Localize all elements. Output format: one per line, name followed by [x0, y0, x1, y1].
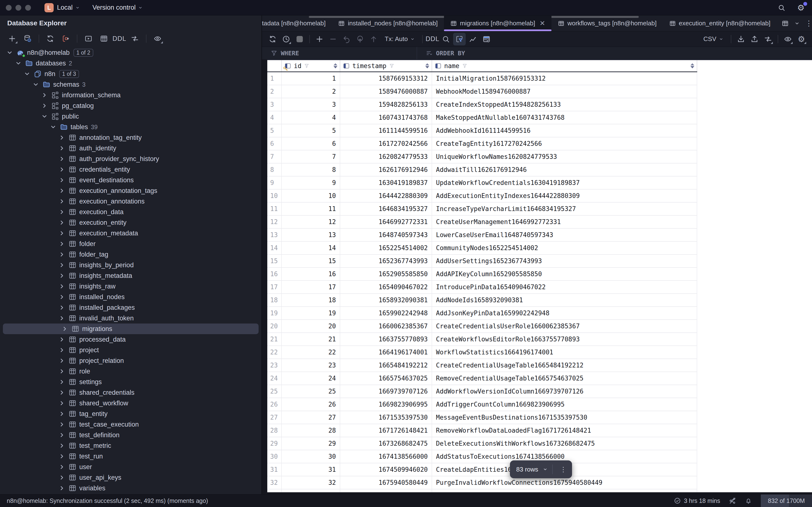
export-data-button[interactable]	[735, 33, 747, 45]
chevron-right-icon[interactable]	[58, 304, 66, 312]
chevron-down-icon[interactable]	[23, 70, 31, 78]
cell-timestamp[interactable]: 1587669153312	[340, 72, 432, 85]
table-settings-button[interactable]	[480, 33, 493, 45]
data-source-properties-button[interactable]	[21, 32, 34, 45]
cell-id[interactable]: 5	[282, 124, 340, 137]
chevron-right-icon[interactable]	[58, 219, 66, 226]
cell-id[interactable]: 8	[282, 163, 340, 176]
export-format-select[interactable]: CSV	[700, 35, 727, 43]
cell-name[interactable]: AddJsonKeyPinData1659902242948	[432, 307, 697, 320]
table-row[interactable]: 661617270242566CreateTagEntity1617270242…	[267, 137, 697, 151]
tree-item-installed_nodes[interactable]: installed_nodes	[0, 292, 261, 302]
cell-timestamp[interactable]: 1648740597343	[340, 229, 432, 241]
cell-id[interactable]: 20	[282, 320, 340, 332]
tree-item-test_run[interactable]: test_run	[0, 451, 261, 462]
chevron-right-icon[interactable]	[58, 484, 66, 492]
revert-button[interactable]	[340, 33, 353, 45]
chevron-right-icon[interactable]	[58, 240, 66, 248]
cell-timestamp[interactable]: 1673268682475	[340, 437, 432, 450]
cell-timestamp[interactable]: 1664196174001	[340, 346, 432, 358]
table-row[interactable]: 11111646834195327IncreaseTypeVarcharLimi…	[267, 203, 697, 216]
cell-id[interactable]: 13	[282, 229, 340, 241]
tree-item-auth_identity[interactable]: auth_identity	[0, 143, 261, 154]
cell-id[interactable]: 33	[282, 489, 340, 492]
tree-item-installed_packages[interactable]: installed_packages	[0, 302, 261, 313]
tree-item-variables[interactable]: variables	[0, 483, 261, 494]
cell-id[interactable]: 16	[282, 268, 340, 280]
cell-id[interactable]: 17	[282, 281, 340, 293]
cell-name[interactable]: CommunityNodes1652254514002	[432, 242, 697, 254]
chevron-down-icon[interactable]	[32, 80, 40, 89]
cell-timestamp[interactable]: 1675940580449	[340, 476, 432, 489]
chevron-right-icon[interactable]	[58, 357, 66, 364]
tree-item-project[interactable]: project	[0, 345, 261, 355]
table-icon[interactable]	[781, 20, 789, 27]
cell-timestamp[interactable]: 1589476000887	[340, 85, 432, 98]
chevron-down-icon[interactable]	[14, 59, 22, 67]
cell-timestamp[interactable]: 1659902242948	[340, 307, 432, 320]
chevron-down-icon[interactable]	[41, 113, 48, 120]
tree-item-n8n[interactable]: n8n1 of 3	[0, 68, 261, 79]
tree-item-user_api_keys[interactable]: user_api_keys	[0, 472, 261, 483]
tree-item-migrations[interactable]: migrations	[3, 324, 259, 334]
cell-name[interactable]: CreateTagEntity1617270242566	[432, 137, 697, 150]
cell-name[interactable]: AddwaitTill1626176912946	[432, 163, 697, 176]
table-row[interactable]: 14141652254514002CommunityNodes165225451…	[267, 242, 697, 255]
chevron-down-icon[interactable]	[49, 123, 57, 131]
tree-item-shared_workflow[interactable]: shared_workflow	[0, 398, 261, 408]
cell-timestamp[interactable]: 1630419189837	[340, 176, 432, 189]
close-icon[interactable]: ✕	[540, 19, 545, 27]
chevron-right-icon[interactable]	[58, 420, 66, 428]
table-row[interactable]: 15151652367743993AddUserSettings16523677…	[267, 255, 697, 268]
table-row[interactable]: 10101644422880309AddExecutionEntityIndex…	[267, 189, 697, 203]
cell-name[interactable]: CreateWorkflowsEditorRole1663755770893	[432, 333, 697, 345]
cell-timestamp[interactable]: 1646992772331	[340, 216, 432, 228]
table-row[interactable]: 33331676996103000MigrateExecutionStatus1…	[267, 489, 697, 492]
chevron-right-icon[interactable]	[58, 282, 66, 290]
where-clause-input[interactable]: WHERE	[262, 50, 417, 57]
cell-id[interactable]: 1	[282, 72, 340, 85]
cell-name[interactable]: MigrateExecutionStatus1676996103000	[432, 489, 697, 492]
cell-id[interactable]: 3	[282, 98, 340, 111]
tree-item-information_schema[interactable]: information_schema	[0, 90, 261, 101]
auto-refresh-button[interactable]	[280, 33, 292, 45]
tab-tadata[interactable]: tadata [n8n@homelab]	[262, 15, 332, 31]
cell-name[interactable]: CreateUserManagement1646992772331	[432, 216, 697, 228]
import-data-button[interactable]	[748, 33, 761, 45]
tab-workflows_tags[interactable]: workflows_tags [n8n@homelab]	[552, 15, 663, 31]
cell-name[interactable]: WorkflowStatistics1664196174001	[432, 346, 697, 358]
cell-timestamp[interactable]: 1607431743768	[340, 111, 432, 124]
cell-id[interactable]: 4	[282, 111, 340, 124]
cell-name[interactable]: DeleteExecutionsWithWorkflows16732686824…	[432, 437, 697, 450]
refresh-button[interactable]	[44, 32, 57, 45]
table-row[interactable]: 28281671726148421RemoveWorkflowDataLoade…	[267, 424, 697, 437]
cell-timestamp[interactable]: 1652905585850	[340, 268, 432, 280]
chevron-right-icon[interactable]	[58, 399, 66, 407]
table-row[interactable]: 12121646992772331CreateUserManagement164…	[267, 216, 697, 229]
cell-id[interactable]: 22	[282, 346, 340, 358]
tree-item-shared_credentials[interactable]: shared_credentials	[0, 387, 261, 398]
tree-item-execution_entity[interactable]: execution_entity	[0, 217, 261, 228]
cell-id[interactable]: 25	[282, 385, 340, 398]
cell-name[interactable]: CreateCredentialsUserRole1660062385367	[432, 320, 697, 332]
tab-installed_nodes[interactable]: installed_nodes [n8n@homelab]	[332, 15, 444, 31]
chevron-right-icon[interactable]	[58, 166, 66, 173]
tree-item-processed_data[interactable]: processed_data	[0, 334, 261, 345]
cell-name[interactable]: AddWebhookId1611144599516	[432, 124, 697, 137]
cell-name[interactable]: AddUserSettings1652367743993	[432, 255, 697, 267]
tree-item-folder_tag[interactable]: folder_tag	[0, 249, 261, 260]
table-row[interactable]: 991630419189837UpdateWorkflowCredentials…	[267, 176, 697, 189]
cell-id[interactable]: 32	[282, 476, 340, 489]
chevron-right-icon[interactable]	[58, 463, 66, 471]
cell-name[interactable]: LowerCaseUserEmail1648740597343	[432, 229, 697, 241]
cell-id[interactable]: 29	[282, 437, 340, 450]
sort-arrows-icon[interactable]	[425, 63, 429, 68]
cell-id[interactable]: 7	[282, 151, 340, 163]
add-row-button[interactable]	[313, 33, 326, 45]
chevron-right-icon[interactable]	[58, 474, 66, 482]
cell-name[interactable]: IncreaseTypeVarcharLimit1646834195327	[432, 203, 697, 215]
table-row[interactable]: 22221664196174001WorkflowStatistics16641…	[267, 346, 697, 359]
cell-timestamp[interactable]: 1676996103000	[340, 489, 432, 492]
commit-button[interactable]	[354, 33, 366, 45]
tree-item-invalid_auth_token[interactable]: invalid_auth_token	[0, 313, 261, 324]
